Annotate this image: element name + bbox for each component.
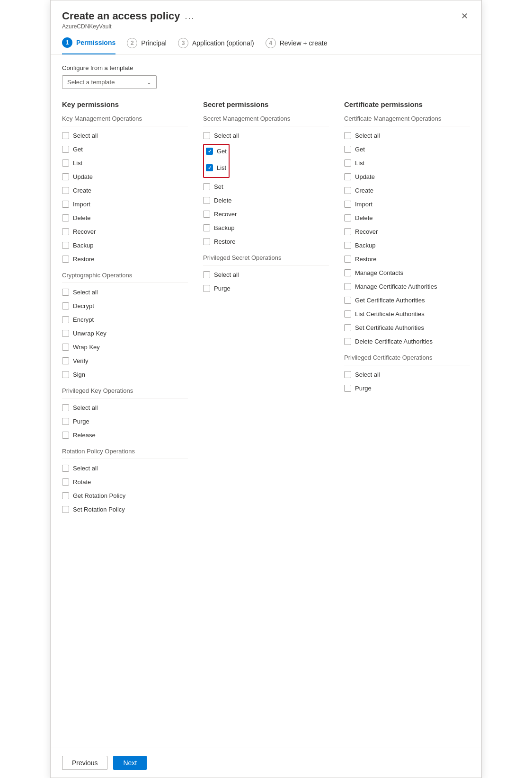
checkbox-label-km-get[interactable]: Get bbox=[73, 146, 83, 153]
checkbox-cr-wrap[interactable] bbox=[62, 344, 69, 351]
checkbox-label-cm-manageCA[interactable]: Manage Certificate Authorities bbox=[355, 283, 437, 290]
step-application[interactable]: 3 Application (optional) bbox=[178, 38, 254, 54]
checkbox-km-create[interactable] bbox=[62, 187, 69, 194]
checkbox-cr-decrypt[interactable] bbox=[62, 302, 69, 309]
checkbox-cm-get[interactable] bbox=[344, 146, 351, 153]
checkbox-cm-restore[interactable] bbox=[344, 256, 351, 263]
next-button[interactable]: Next bbox=[113, 756, 147, 770]
checkbox-label-cm-update[interactable]: Update bbox=[355, 173, 375, 180]
checkbox-label-cr-encrypt[interactable]: Encrypt bbox=[73, 316, 94, 323]
checkbox-label-cm-deleteCA[interactable]: Delete Certificate Authorities bbox=[355, 338, 433, 345]
checkbox-label-cm-create[interactable]: Create bbox=[355, 187, 373, 194]
checkbox-sm-backup[interactable] bbox=[203, 224, 210, 231]
checkbox-cr-unwrap[interactable] bbox=[62, 330, 69, 337]
checkbox-cp-purge[interactable] bbox=[344, 385, 351, 392]
checkbox-cm-delete[interactable] bbox=[344, 214, 351, 221]
checkbox-label-rp-selectall[interactable]: Select all bbox=[73, 465, 98, 472]
checkbox-label-km-selectall[interactable]: Select all bbox=[73, 132, 98, 139]
checkbox-cm-listCA[interactable] bbox=[344, 310, 351, 318]
checkbox-label-sm-get[interactable]: Get bbox=[217, 148, 227, 155]
checkbox-label-pk-purge[interactable]: Purge bbox=[73, 418, 89, 425]
checkbox-sp-purge[interactable] bbox=[203, 285, 210, 292]
template-select[interactable]: Select a template ⌄ bbox=[62, 75, 157, 89]
checkbox-km-backup[interactable] bbox=[62, 242, 69, 249]
checkbox-label-cm-selectall[interactable]: Select all bbox=[355, 132, 380, 139]
checkbox-rp-rotate[interactable] bbox=[62, 478, 69, 486]
checkbox-label-cm-contacts[interactable]: Manage Contacts bbox=[355, 269, 403, 276]
checkbox-label-cm-delete[interactable]: Delete bbox=[355, 214, 373, 221]
checkbox-label-cr-verify[interactable]: Verify bbox=[73, 357, 89, 364]
previous-button[interactable]: Previous bbox=[62, 756, 107, 770]
checkbox-label-km-create[interactable]: Create bbox=[73, 187, 91, 194]
checkbox-label-cm-list[interactable]: List bbox=[355, 159, 364, 167]
checkbox-label-cm-import[interactable]: Import bbox=[355, 201, 372, 208]
checkbox-km-recover[interactable] bbox=[62, 228, 69, 235]
checkbox-sm-restore[interactable] bbox=[203, 238, 210, 245]
checkbox-sm-selectall[interactable] bbox=[203, 132, 210, 139]
checkbox-km-delete[interactable] bbox=[62, 214, 69, 221]
step-permissions[interactable]: 1 Permissions bbox=[62, 37, 115, 54]
checkbox-sp-selectall[interactable] bbox=[203, 271, 210, 278]
checkbox-label-sm-recover[interactable]: Recover bbox=[214, 211, 237, 218]
checkbox-label-cm-listCA[interactable]: List Certificate Authorities bbox=[355, 310, 425, 318]
checkbox-label-sm-backup[interactable]: Backup bbox=[214, 224, 234, 231]
checkbox-cm-selectall[interactable] bbox=[344, 132, 351, 139]
checkbox-cm-recover[interactable] bbox=[344, 228, 351, 235]
checkbox-pk-purge[interactable] bbox=[62, 418, 69, 425]
checkbox-pk-release[interactable] bbox=[62, 432, 69, 439]
checkbox-cr-sign[interactable] bbox=[62, 371, 69, 378]
checkbox-km-list[interactable] bbox=[62, 159, 69, 167]
checkbox-sm-delete[interactable] bbox=[203, 197, 210, 204]
checkbox-label-sm-set[interactable]: Set bbox=[214, 183, 223, 190]
checkbox-label-km-recover[interactable]: Recover bbox=[73, 228, 96, 235]
checkbox-cm-contacts[interactable] bbox=[344, 269, 351, 276]
checkbox-km-import[interactable] bbox=[62, 201, 69, 208]
checkbox-label-cm-recover[interactable]: Recover bbox=[355, 228, 378, 235]
checkbox-label-km-import[interactable]: Import bbox=[73, 201, 90, 208]
checkbox-label-cr-selectall[interactable]: Select all bbox=[73, 289, 98, 296]
checkbox-cp-selectall[interactable] bbox=[344, 371, 351, 378]
checkbox-label-km-update[interactable]: Update bbox=[73, 173, 93, 180]
checkbox-sm-get[interactable] bbox=[206, 148, 213, 155]
checkbox-cm-deleteCA[interactable] bbox=[344, 338, 351, 345]
checkbox-label-sm-restore[interactable]: Restore bbox=[214, 238, 236, 245]
checkbox-sm-list[interactable] bbox=[206, 164, 213, 171]
checkbox-label-cm-setCA[interactable]: Set Certificate Authorities bbox=[355, 324, 424, 331]
checkbox-label-sm-selectall[interactable]: Select all bbox=[214, 132, 239, 139]
close-icon[interactable]: ✕ bbox=[459, 10, 470, 22]
checkbox-label-cr-decrypt[interactable]: Decrypt bbox=[73, 302, 94, 309]
checkbox-km-restore[interactable] bbox=[62, 256, 69, 263]
checkbox-label-cp-purge[interactable]: Purge bbox=[355, 385, 372, 392]
checkbox-label-km-list[interactable]: List bbox=[73, 159, 82, 167]
checkbox-label-sp-selectall[interactable]: Select all bbox=[214, 271, 239, 278]
checkbox-label-pk-release[interactable]: Release bbox=[73, 432, 96, 439]
checkbox-label-km-backup[interactable]: Backup bbox=[73, 242, 93, 249]
checkbox-rp-selectall[interactable] bbox=[62, 465, 69, 472]
more-options-icon[interactable]: ... bbox=[185, 11, 195, 21]
checkbox-cr-encrypt[interactable] bbox=[62, 316, 69, 323]
checkbox-cm-create[interactable] bbox=[344, 187, 351, 194]
checkbox-label-rp-rotate[interactable]: Rotate bbox=[73, 478, 91, 486]
checkbox-label-cp-selectall[interactable]: Select all bbox=[355, 371, 380, 378]
checkbox-label-pk-selectall[interactable]: Select all bbox=[73, 404, 98, 411]
checkbox-km-get[interactable] bbox=[62, 146, 69, 153]
checkbox-rp-get[interactable] bbox=[62, 492, 69, 499]
checkbox-cm-getCA[interactable] bbox=[344, 297, 351, 304]
checkbox-label-cm-backup[interactable]: Backup bbox=[355, 242, 375, 249]
checkbox-cm-setCA[interactable] bbox=[344, 324, 351, 331]
checkbox-label-cr-wrap[interactable]: Wrap Key bbox=[73, 344, 100, 351]
checkbox-cr-verify[interactable] bbox=[62, 357, 69, 364]
checkbox-cm-update[interactable] bbox=[344, 173, 351, 180]
checkbox-label-rp-get[interactable]: Get Rotation Policy bbox=[73, 492, 125, 499]
checkbox-label-km-delete[interactable]: Delete bbox=[73, 214, 91, 221]
checkbox-cr-selectall[interactable] bbox=[62, 289, 69, 296]
checkbox-cm-list[interactable] bbox=[344, 159, 351, 167]
checkbox-cm-manageCA[interactable] bbox=[344, 283, 351, 290]
step-principal[interactable]: 2 Principal bbox=[127, 38, 167, 54]
checkbox-pk-selectall[interactable] bbox=[62, 404, 69, 411]
checkbox-label-cm-getCA[interactable]: Get Certificate Authorities bbox=[355, 297, 425, 304]
step-review[interactable]: 4 Review + create bbox=[266, 38, 328, 54]
checkbox-km-update[interactable] bbox=[62, 173, 69, 180]
checkbox-label-km-restore[interactable]: Restore bbox=[73, 256, 95, 263]
checkbox-label-sm-list[interactable]: List bbox=[217, 164, 226, 171]
